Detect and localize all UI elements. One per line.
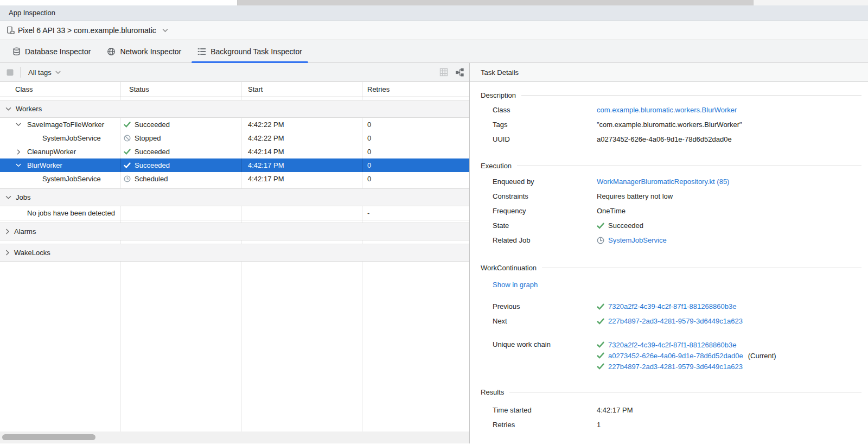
group-label: WakeLocks — [14, 249, 50, 257]
show-in-graph-link[interactable]: Show in graph — [493, 281, 538, 289]
detail-row-unique-work-chain: Unique work chain 7320a2f2-4c39-4c2f-87f… — [493, 339, 861, 372]
detail-row-retries: Retries 1 — [493, 417, 861, 432]
worker-retries: 0 — [362, 131, 469, 145]
chain-work-link[interactable]: 7320a2f2-4c39-4c2f-87f1-881268860b3e — [608, 341, 736, 349]
chevron-right-icon — [5, 250, 10, 256]
detail-row-tags: Tags "com.example.bluromatic.workers.Blu… — [493, 117, 861, 132]
uuid-value: a0273452-626e-4a06-9d1e-78d6d52dad0e — [597, 135, 732, 143]
globe-icon — [107, 47, 116, 56]
column-header-class[interactable]: Class — [0, 82, 120, 97]
section-title: Description — [481, 91, 516, 99]
worker-class: CleanupWorker — [27, 148, 76, 156]
section-title: WorkContinuation — [481, 264, 537, 272]
detail-label: Time started — [493, 405, 597, 416]
top-edge-light — [0, 0, 238, 5]
enqueued-by-link[interactable]: WorkManagerBluromaticRepository.kt (85) — [597, 177, 729, 186]
group-label: Alarms — [14, 227, 36, 236]
tab-background-task-inspector[interactable]: Background Task Inspector — [189, 40, 310, 62]
task-details-panel: Task Details Description Class com.examp… — [470, 63, 868, 443]
worker-row-cleanupworker[interactable]: CleanupWorker Succeeded 4:42:14 PM 0 — [0, 145, 469, 158]
chevron-down-icon[interactable] — [14, 123, 23, 126]
chevron-down-icon — [55, 71, 61, 74]
worker-retries: 0 — [362, 118, 469, 131]
top-edge-right — [753, 0, 868, 5]
detail-row-time-started: Time started 4:42:17 PM — [493, 403, 861, 417]
worker-row-systemjobservice[interactable]: SystemJobService Stopped 4:42:22 PM 0 — [0, 131, 469, 145]
worker-row-blurworker-selected[interactable]: BlurWorker Succeeded 4:42:17 PM 0 — [0, 158, 469, 172]
section-rule — [509, 392, 861, 392]
table-view-button[interactable] — [439, 68, 448, 77]
section-workcontinuation: WorkContinuation — [481, 264, 861, 272]
main-split: All tags — [0, 63, 868, 443]
column-header-status[interactable]: Status — [120, 82, 241, 97]
tab-label: Database Inspector — [25, 47, 91, 56]
worker-retries: 0 — [362, 158, 469, 172]
group-row-alarms[interactable]: Alarms — [0, 223, 469, 240]
chain-work-link[interactable]: 227b4897-2ad3-4281-9579-3d6449c1a623 — [608, 363, 743, 371]
detail-row-enqueued-by: Enqueued by WorkManagerBluromaticReposit… — [493, 174, 861, 189]
detail-row-class: Class com.example.bluromatic.workers.Blu… — [493, 103, 861, 117]
chevron-right-icon[interactable] — [14, 149, 23, 155]
jobs-empty-message: No jobs have been detected — [27, 209, 115, 217]
detail-row-related-job: Related Job SystemJobService — [493, 233, 861, 248]
detail-row-uuid: UUID a0273452-626e-4a06-9d1e-78d6d52dad0… — [493, 132, 861, 147]
succeeded-icon — [597, 303, 604, 310]
group-row-workers[interactable]: Workers — [0, 100, 469, 118]
detail-label: Enqueued by — [493, 176, 597, 187]
state-value: Succeeded — [608, 221, 643, 230]
time-started-value: 4:42:17 PM — [597, 406, 633, 414]
worker-status: Stopped — [135, 134, 161, 142]
group-row-wakelocks[interactable]: WakeLocks — [0, 244, 469, 262]
device-icon — [7, 26, 15, 35]
worker-status: Succeeded — [135, 120, 170, 129]
tab-network-inspector[interactable]: Network Inspector — [99, 40, 189, 62]
tab-database-inspector[interactable]: Database Inspector — [4, 40, 99, 62]
succeeded-icon — [124, 162, 131, 168]
constraints-value: Requires battery not low — [597, 192, 673, 200]
task-table-panel: All tags — [0, 63, 470, 443]
all-tags-dropdown[interactable]: All tags — [26, 68, 63, 77]
column-header-start[interactable]: Start — [241, 82, 362, 97]
previous-work-link[interactable]: 7320a2f2-4c39-4c2f-87f1-881268860b3e — [608, 302, 736, 310]
detail-label: Unique work chain — [493, 339, 597, 350]
section-title: Results — [481, 388, 504, 396]
horizontal-scrollbar[interactable] — [0, 432, 469, 443]
stop-inspection-button[interactable] — [7, 69, 14, 76]
detail-row-state: State Succeeded — [493, 218, 861, 233]
worker-row-saveimagetofileworker[interactable]: SaveImageToFileWorker Succeeded 4:42:22 … — [0, 118, 469, 131]
scheduled-clock-icon — [124, 175, 131, 182]
worker-start: 4:42:22 PM — [241, 118, 362, 131]
task-details-title: Task Details — [481, 68, 519, 77]
detail-label: Next — [493, 316, 597, 327]
show-in-graph-row: Show in graph — [493, 277, 861, 292]
task-list-icon — [197, 48, 206, 55]
chain-item: 227b4897-2ad3-4281-9579-3d6449c1a623 — [597, 361, 776, 372]
succeeded-icon — [597, 341, 604, 348]
group-row-jobs[interactable]: Jobs — [0, 188, 469, 206]
worker-row-systemjobservice[interactable]: SystemJobService Scheduled 4:42:17 PM 0 — [0, 172, 469, 186]
tab-label: Background Task Inspector — [210, 47, 302, 56]
section-title: Execution — [481, 162, 512, 170]
succeeded-icon — [597, 223, 604, 229]
scrollbar-thumb[interactable] — [2, 434, 95, 440]
process-selector-bar: Pixel 6 API 33 > com.example.bluromatic — [0, 21, 868, 40]
detail-label: Frequency — [493, 206, 597, 217]
related-job-link[interactable]: SystemJobService — [608, 236, 667, 244]
group-label: Workers — [16, 105, 42, 113]
column-header-retries[interactable]: Retries — [362, 82, 469, 97]
worker-status: Succeeded — [135, 161, 170, 169]
graph-view-button[interactable] — [456, 68, 464, 77]
chevron-down-icon[interactable] — [162, 28, 168, 33]
tab-label: Network Inspector — [120, 47, 181, 56]
process-selector[interactable]: Pixel 6 API 33 > com.example.bluromatic — [18, 26, 156, 35]
next-work-link[interactable]: 227b4897-2ad3-4281-9579-3d6449c1a623 — [608, 317, 743, 325]
class-link[interactable]: com.example.bluromatic.workers.BlurWorke… — [597, 106, 737, 114]
worker-status: Scheduled — [135, 175, 168, 183]
worker-start: 4:42:14 PM — [241, 145, 362, 158]
database-icon — [12, 47, 21, 56]
top-edge-dark — [238, 0, 753, 5]
chain-work-link[interactable]: a0273452-626e-4a06-9d1e-78d6d52dad0e — [608, 352, 743, 360]
worker-class: SystemJobService — [42, 175, 101, 183]
chevron-down-icon[interactable] — [14, 163, 23, 167]
succeeded-icon — [597, 363, 604, 370]
